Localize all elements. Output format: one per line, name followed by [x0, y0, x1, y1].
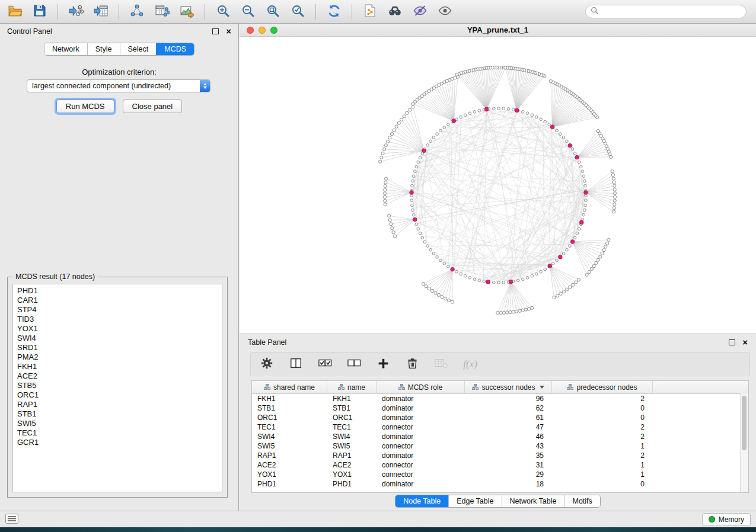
maximize-window-icon[interactable]: [270, 27, 277, 34]
column-header-MCDS-role[interactable]: MCDS role: [377, 381, 465, 393]
mcds-result-item[interactable]: FKH1: [17, 362, 222, 371]
export-table-button[interactable]: [153, 3, 171, 21]
zoom-fit-button[interactable]: [264, 3, 282, 21]
node-table: shared namenameMCDS rolesuccessor nodesp…: [251, 380, 749, 493]
tab-edge-table[interactable]: Edge Table: [448, 495, 501, 507]
find-button[interactable]: [386, 3, 404, 21]
mcds-result-item[interactable]: SWI4: [17, 334, 222, 343]
tab-style[interactable]: Style: [87, 43, 120, 55]
mcds-result-item[interactable]: SRD1: [17, 343, 222, 352]
table-row[interactable]: FKH1FKH1dominator962: [252, 394, 748, 403]
table-row[interactable]: ACE2ACE2connector311: [252, 460, 748, 470]
search-box[interactable]: [585, 5, 747, 18]
cell-successor-nodes: 47: [465, 422, 552, 432]
memory-button[interactable]: Memory: [702, 513, 751, 526]
tab-select[interactable]: Select: [120, 43, 157, 55]
network-canvas[interactable]: [240, 37, 756, 334]
column-header-shared-name[interactable]: shared name: [252, 381, 327, 393]
import-table-icon: [94, 4, 109, 20]
zoom-selected-button[interactable]: [289, 3, 307, 21]
zoom-out-button[interactable]: [239, 3, 257, 21]
new-network-button[interactable]: [128, 3, 146, 21]
delete-row-button[interactable]: [404, 357, 420, 372]
mcds-result-item[interactable]: TID3: [17, 315, 222, 324]
import-network-button[interactable]: [67, 3, 85, 21]
tab-motifs[interactable]: Motifs: [564, 495, 599, 507]
open-button[interactable]: [6, 3, 24, 21]
column-label: successor nodes: [481, 383, 535, 392]
save-button[interactable]: [31, 3, 49, 21]
tab-network-table[interactable]: Network Table: [502, 495, 564, 507]
add-row-icon: [377, 357, 390, 371]
criterion-dropdown[interactable]: largest connected component (undirected): [27, 79, 210, 92]
table-row[interactable]: STB1STB1dominator620: [252, 403, 748, 413]
table-row[interactable]: TEC1TEC1connector472: [252, 422, 748, 432]
table-row[interactable]: SWI5SWI5connector431: [252, 441, 748, 451]
tab-node-table[interactable]: Node Table: [395, 495, 448, 507]
run-mcds-button[interactable]: Run MCDS: [56, 100, 114, 113]
show-all-button[interactable]: [436, 3, 454, 21]
network-window-title: YPA_prune.txt_1: [245, 25, 750, 34]
column-label: MCDS role: [408, 383, 443, 392]
mcds-result-item[interactable]: STB1: [17, 409, 222, 419]
open-icon: [8, 4, 23, 20]
toolbar-separator: [352, 4, 352, 20]
close-panel-button[interactable]: Close panel: [123, 100, 183, 113]
table-row[interactable]: ORC1ORC1dominator610: [252, 413, 748, 422]
cell-mcds-role: dominator: [377, 479, 465, 489]
table-settings-button[interactable]: [259, 357, 275, 372]
column-header-name[interactable]: name: [327, 381, 377, 393]
mcds-result-item[interactable]: PHD1: [17, 286, 222, 296]
mcds-result-item[interactable]: YOX1: [17, 324, 222, 334]
tab-mcds[interactable]: MCDS: [156, 43, 194, 55]
table-row[interactable]: RAP1RAP1dominator352: [252, 451, 748, 460]
column-header-filler: [653, 381, 748, 393]
table-scrollbar[interactable]: [740, 393, 748, 492]
tab-network[interactable]: Network: [44, 43, 87, 55]
mcds-result-item[interactable]: TEC1: [17, 428, 222, 438]
table-row[interactable]: PHD1PHD1dominator180: [252, 479, 748, 489]
clone-network-button[interactable]: [361, 3, 379, 21]
close-panel-icon[interactable]: ×: [226, 28, 231, 35]
mcds-result-item[interactable]: STP4: [17, 305, 222, 315]
mcds-result-item[interactable]: ACE2: [17, 371, 222, 381]
hide-selected-button[interactable]: [411, 3, 429, 21]
zoom-selected-icon: [291, 4, 305, 20]
table-row[interactable]: SWI4SWI4dominator462: [252, 432, 748, 441]
float-panel-icon[interactable]: [212, 28, 219, 34]
column-header-successor-nodes[interactable]: successor nodes: [465, 381, 552, 393]
mcds-result-item[interactable]: RAP1: [17, 400, 222, 409]
mcds-result-item[interactable]: SWI5: [17, 419, 222, 428]
hide-selected-icon: [413, 4, 428, 20]
cell-successor-nodes: 43: [465, 441, 552, 451]
zoom-in-button[interactable]: [214, 3, 232, 21]
table-scrollbar-thumb[interactable]: [742, 396, 747, 450]
column-chooser-button[interactable]: [288, 357, 304, 372]
close-table-panel-icon[interactable]: ×: [742, 339, 748, 346]
cell-mcds-role: dominator: [377, 394, 465, 403]
table-row[interactable]: YOX1YOX1connector291: [252, 470, 748, 479]
import-table-button[interactable]: [92, 3, 110, 21]
panel-selector-icon[interactable]: [5, 514, 18, 525]
application-window: Control Panel × NetworkStyleSelectMCDS O…: [0, 0, 756, 532]
zoom-fit-icon: [266, 4, 280, 20]
minimize-window-icon[interactable]: [259, 27, 266, 34]
cell-predecessor-nodes: 0: [552, 413, 653, 422]
select-all-button[interactable]: [317, 357, 333, 372]
column-menu-caret-icon[interactable]: [540, 386, 544, 389]
toolbar-separator: [205, 4, 205, 20]
mcds-result-item[interactable]: CAR1: [17, 296, 222, 305]
export-image-button[interactable]: [178, 3, 196, 21]
search-input[interactable]: [602, 7, 741, 17]
close-window-icon[interactable]: [247, 27, 254, 34]
mcds-result-item[interactable]: PMA2: [17, 352, 222, 362]
add-row-button[interactable]: [375, 357, 391, 372]
mcds-result-item[interactable]: GCR1: [17, 438, 222, 447]
clear-selection-button[interactable]: [346, 357, 362, 372]
refresh-button[interactable]: [325, 3, 343, 21]
float-table-panel-icon[interactable]: [729, 339, 735, 345]
column-header-predecessor-nodes[interactable]: predecessor nodes: [552, 381, 653, 393]
mcds-result-item[interactable]: STB5: [17, 381, 222, 390]
cell-shared-name: SWI5: [252, 441, 327, 451]
mcds-result-item[interactable]: ORC1: [17, 390, 222, 400]
